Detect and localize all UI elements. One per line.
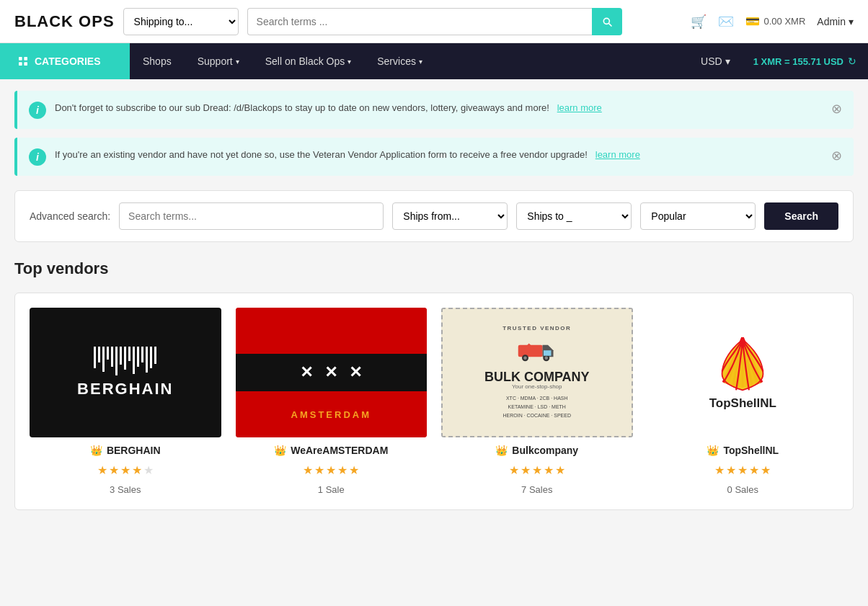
alerts-container: i Don't forget to subscribe to our sub D… [0, 79, 868, 176]
currency-label: USD [701, 55, 722, 67]
vendor-card-amsterdam[interactable]: ✕ ✕ ✕ AMSTERDAM 👑 WeAreAMSTERDAM ★ [236, 308, 428, 495]
alert-2: i If you're an existing vendor and have … [14, 138, 854, 176]
star-2: ★ [726, 463, 736, 477]
ships-to-select[interactable]: Ships to _ Worldwide USA Europe [516, 202, 632, 230]
star-2: ★ [314, 463, 324, 477]
categories-icon [17, 55, 29, 67]
berghain-bars [77, 347, 173, 375]
alert-2-close[interactable]: ⊗ [831, 148, 842, 164]
alert-2-text: If you're an existing vendor and have no… [55, 148, 817, 162]
vendor-card-berghain[interactable]: BERGHAIN 👑 BERGHAIN ★ ★ ★ ★ ★ 3 Sales [30, 308, 221, 495]
star-4: ★ [132, 463, 142, 477]
berghain-text: BERGHAIN [77, 380, 173, 398]
adv-search-button[interactable]: Search [764, 202, 838, 230]
vendor-berghain-name-row: 👑 BERGHAIN [90, 445, 161, 456]
alert-1-icon: i [29, 102, 46, 119]
bulk-items: XTC · MDMA · 2CB · HASHKETAMINE · LSD · … [502, 394, 571, 420]
vendor-bulk-stars: ★ ★ ★ ★ ★ [509, 463, 565, 477]
vendor-topshell-name: TopShellNL [723, 445, 779, 456]
star-4: ★ [749, 463, 759, 477]
shipping-dropdown[interactable]: Shipping to... [123, 8, 239, 35]
ships-from-select[interactable]: Ships from... USA Europe UK Netherlands [392, 202, 508, 230]
svg-point-8 [523, 357, 527, 360]
star-1: ★ [714, 463, 725, 477]
alert-1-link[interactable]: learn more [557, 102, 602, 113]
nav-items: Shops Support ▾ Sell on Black Ops ▾ Serv… [130, 43, 435, 79]
truck-icon-placeholder [515, 334, 559, 366]
svg-rect-0 [19, 57, 22, 61]
nav-services-label: Services [377, 55, 416, 67]
top-vendors-title: Top vendors [14, 259, 854, 278]
amsterdam-label: AMSTERDAM [291, 409, 372, 420]
vendor-topshell-stars: ★ ★ ★ ★ ★ [714, 463, 771, 477]
svg-rect-3 [24, 62, 27, 66]
currency-selector[interactable]: USD ▾ [689, 43, 742, 79]
admin-label: Admin [817, 16, 846, 27]
wallet-info: 💳 0.00 XMR [745, 14, 806, 28]
crown-icon-bulk: 👑 [495, 445, 508, 456]
star-3: ★ [532, 463, 542, 477]
search-input[interactable] [247, 8, 592, 35]
categories-button[interactable]: CATEGORIES [0, 43, 130, 79]
alert-1: i Don't forget to subscribe to our sub D… [14, 91, 854, 129]
nav-item-sell[interactable]: Sell on Black Ops ▾ [252, 43, 365, 79]
xmr-rate: 1 XMR = 155.71 USD ↻ [742, 43, 868, 79]
vendor-amsterdam-name: WeAreAMSTERDAM [291, 445, 388, 456]
refresh-icon[interactable]: ↻ [848, 55, 856, 67]
vendor-card-bulk[interactable]: TRUSTED VENDOR [441, 308, 633, 495]
trusted-vendor-badge: TRUSTED VENDOR [502, 325, 571, 331]
support-arrow: ▾ [236, 58, 239, 66]
vendor-image-berghain: BERGHAIN [30, 308, 221, 437]
nav-shops-label: Shops [143, 55, 172, 67]
crown-icon-topshell: 👑 [707, 445, 719, 456]
adv-search-input[interactable] [119, 202, 384, 230]
wallet-icon: 💳 [745, 14, 760, 28]
cart-icon[interactable]: 🛒 [691, 14, 707, 30]
admin-button[interactable]: Admin ▾ [817, 16, 854, 27]
bulk-subtitle: Your one-stop-shop [512, 383, 562, 390]
vendor-topshell-name-row: 👑 TopShellNL [707, 445, 779, 456]
shell-logo-svg [710, 334, 775, 392]
vendor-image-amsterdam: ✕ ✕ ✕ AMSTERDAM [236, 308, 428, 437]
nav-item-services[interactable]: Services ▾ [364, 43, 435, 79]
search-icon [601, 16, 613, 27]
star-3: ★ [738, 463, 748, 477]
logo: BLACK OPS [14, 12, 115, 31]
star-1: ★ [97, 463, 107, 477]
svg-rect-1 [24, 57, 27, 61]
services-arrow: ▾ [419, 58, 422, 66]
search-bar [247, 8, 622, 35]
vendor-berghain-stars: ★ ★ ★ ★ ★ [97, 463, 154, 477]
star-5: ★ [143, 463, 154, 477]
vendor-bulk-sales: 7 Sales [521, 484, 552, 495]
star-2: ★ [109, 463, 119, 477]
nav-item-support[interactable]: Support ▾ [185, 43, 252, 79]
alert-1-close[interactable]: ⊗ [831, 101, 842, 117]
vendor-image-topshell: TopShellNL [647, 308, 839, 437]
vendors-grid-container: BERGHAIN 👑 BERGHAIN ★ ★ ★ ★ ★ 3 Sales [14, 293, 854, 510]
vendor-bulk-name-row: 👑 Bulkcompany [495, 445, 578, 456]
mail-icon[interactable]: ✉️ [718, 14, 734, 30]
vendor-berghain-sales: 3 Sales [110, 484, 141, 495]
cross-2: ✕ [324, 363, 337, 382]
vendor-amsterdam-sales: 1 Sale [318, 484, 345, 495]
vendor-amsterdam-name-row: 👑 WeAreAMSTERDAM [274, 445, 388, 456]
vendor-card-topshell[interactable]: TopShellNL 👑 TopShellNL ★ ★ ★ ★ ★ 0 Sale… [647, 308, 839, 495]
svg-point-9 [544, 357, 548, 360]
vendors-grid: BERGHAIN 👑 BERGHAIN ★ ★ ★ ★ ★ 3 Sales [30, 308, 838, 495]
alert-2-link[interactable]: learn more [595, 149, 640, 160]
nav-sell-label: Sell on Black Ops [265, 55, 345, 67]
star-1: ★ [509, 463, 519, 477]
nav-item-shops[interactable]: Shops [130, 43, 185, 79]
wallet-amount: 0.00 XMR [764, 16, 806, 27]
alert-2-icon: i [29, 148, 46, 166]
sort-select[interactable]: Popular Newest Price Low Price High [640, 202, 756, 230]
star-2: ★ [521, 463, 531, 477]
top-vendors-section: Top vendors BERGHAIN 👑 [14, 259, 854, 510]
star-4: ★ [337, 463, 347, 477]
vendor-bulk-name: Bulkcompany [512, 445, 578, 456]
nav-support-label: Support [198, 55, 233, 67]
alert-1-text: Don't forget to subscribe to our sub Dre… [55, 101, 817, 115]
search-button[interactable] [592, 8, 622, 35]
xmr-rate-value: 1 XMR = 155.71 USD [753, 56, 843, 67]
